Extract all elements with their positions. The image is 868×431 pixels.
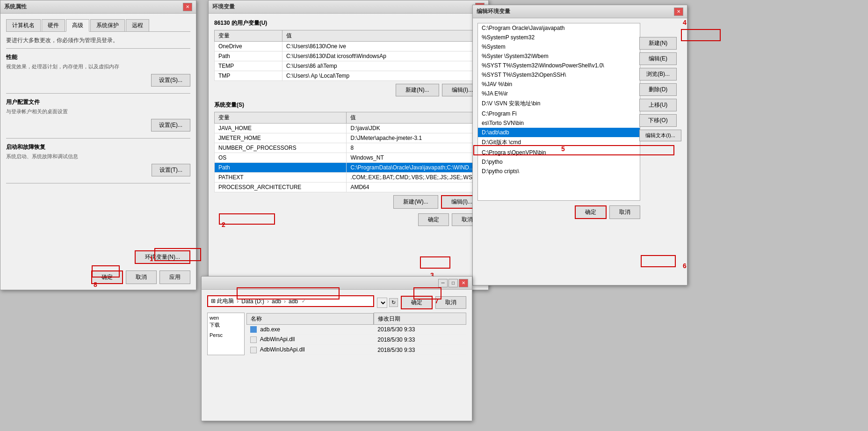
table-row[interactable]: NUMBER_OF_PROCESSORS 8 bbox=[215, 143, 483, 153]
file-browser-cancel-btn[interactable]: 取消 bbox=[435, 296, 466, 309]
table-row[interactable]: OS Windows_NT bbox=[215, 153, 483, 163]
list-item[interactable]: C:\Program Oracle\Java\javapath bbox=[478, 23, 640, 33]
address-bar[interactable]: ⊞ 此电脑 › Data (D:) › adb › adb ✓ bbox=[207, 295, 374, 307]
annotation-4: 4 bbox=[683, 19, 687, 26]
user-col-val: 值 bbox=[282, 30, 482, 42]
edit-env-down-btn[interactable]: 下移(O) bbox=[639, 114, 677, 127]
edit-env-ok-cancel: 确定 取消 bbox=[477, 205, 640, 219]
table-row[interactable]: AdbWinUsbApi.dll 2018/5/30 9:33 bbox=[246, 345, 466, 355]
sys-vars-table: 变量 值 JAVA_HOME D:\java\JDK JMETER_HOME D… bbox=[214, 112, 483, 192]
file-1-name: AdbWinApi.dll bbox=[246, 335, 374, 345]
file-browser-panels: wen 下载 Persc 名称 修改日期 bbox=[207, 313, 466, 355]
env-vars-titlebar: 环境变量 ✕ bbox=[209, 0, 488, 14]
user-profile-section-desc: 与登录帐户相关的桌面设置 bbox=[6, 108, 190, 115]
tab-hardware[interactable]: 硬件 bbox=[42, 19, 65, 31]
table-row[interactable]: OneDrive C:\Users\86130\One ive bbox=[215, 42, 483, 51]
sys-props-close-btn[interactable]: ✕ bbox=[183, 3, 192, 11]
user-vars-btns: 新建(N)... 编辑(I)... bbox=[214, 84, 483, 96]
list-item[interactable]: %JAV %\bin bbox=[478, 80, 640, 89]
performance-settings-btn[interactable]: 设置(S)... bbox=[151, 74, 190, 87]
startup-section-title: 启动和故障恢复 bbox=[6, 143, 190, 151]
user-profile-settings-btn[interactable]: 设置(E)... bbox=[151, 119, 190, 131]
edit-env-window: 编辑环境变量 ✕ C:\Program Oracle\Java\javapath… bbox=[472, 5, 687, 285]
edit-env-edit-btn[interactable]: 编辑(E) bbox=[639, 52, 677, 65]
nav-item-perso[interactable]: Persc bbox=[210, 332, 242, 338]
list-item[interactable]: C:\Program Fi bbox=[478, 109, 640, 118]
file-0-name: adb.exe bbox=[246, 325, 374, 335]
list-item[interactable]: C:\Progra s\OpenVPN\bin bbox=[478, 148, 640, 157]
sys-new-btn[interactable]: 新建(W)... bbox=[393, 195, 438, 209]
system-properties-window: 系统属性 ✕ 计算机名 硬件 高级 系统保护 远程 要进行大多数更改，你必须作为… bbox=[0, 0, 196, 290]
list-item-selected[interactable]: D:\adb\adb bbox=[478, 128, 640, 137]
user-new-btn[interactable]: 新建(N)... bbox=[396, 84, 439, 96]
edit-env-new-btn[interactable]: 新建(N) bbox=[639, 37, 677, 50]
sys-props-content: 计算机名 硬件 高级 系统保护 远程 要进行大多数更改，你必须作为管理员登录。 … bbox=[0, 14, 196, 193]
table-row[interactable]: adb.exe 2018/5/30 9:33 bbox=[246, 325, 466, 335]
list-item[interactable]: %SystemP system32 bbox=[478, 33, 640, 42]
sys-row-0-var: JAVA_HOME bbox=[215, 124, 347, 133]
list-item[interactable]: D:\Git版本 \cmd bbox=[478, 137, 640, 148]
table-row[interactable]: PATHEXT .COM;.EXE;.BAT;.CMD;.VBS;.VBE;.J… bbox=[215, 173, 483, 183]
edit-env-close-btn[interactable]: ✕ bbox=[674, 7, 683, 16]
env-vars-ok-cancel: 确定 取消 bbox=[214, 213, 483, 226]
user-row-2-val: C:\Users\86 al\Temp bbox=[282, 61, 482, 71]
env-vars-ok-btn[interactable]: 确定 bbox=[418, 213, 449, 226]
user-row-1-var: Path bbox=[215, 51, 282, 61]
edit-env-ok-btn[interactable]: 确定 bbox=[575, 205, 607, 219]
table-row[interactable]: AdbWinApi.dll 2018/5/30 9:33 bbox=[246, 335, 466, 345]
list-item[interactable]: %SYST T%\System32\WindowsPowerShell\v1.0… bbox=[478, 61, 640, 70]
table-row[interactable]: TEMP C:\Users\86 al\Temp bbox=[215, 61, 483, 71]
sys-row-0-val: D:\java\JDK bbox=[347, 124, 483, 133]
file-browser-close-btn[interactable]: ✕ bbox=[459, 279, 468, 287]
table-row[interactable]: JAVA_HOME D:\java\JDK bbox=[215, 124, 483, 133]
table-row[interactable]: PROCESSOR_ARCHITECTURE AMD64 bbox=[215, 183, 483, 192]
refresh-btn[interactable]: ↻ bbox=[389, 298, 398, 307]
sys-props-apply-btn[interactable]: 应用 bbox=[159, 270, 190, 284]
tab-advanced[interactable]: 高级 bbox=[66, 19, 89, 32]
breadcrumb-computer: ⊞ 此电脑 bbox=[211, 297, 234, 305]
edit-env-browse-btn[interactable]: 浏览(B)... bbox=[639, 68, 677, 80]
table-row[interactable]: TMP C:\Users\ Ap \Local\Temp bbox=[215, 71, 483, 81]
list-item[interactable]: es\Torto SVN\bin bbox=[478, 118, 640, 128]
file-0-date: 2018/5/30 9:33 bbox=[374, 325, 466, 335]
edit-env-up-btn[interactable]: 上移(U) bbox=[639, 99, 677, 111]
list-item[interactable]: D:\V \SVN 安装地址\bin bbox=[478, 98, 640, 109]
edit-env-delete-btn[interactable]: 删除(D) bbox=[639, 83, 677, 96]
tab-system-protection[interactable]: 系统保护 bbox=[90, 19, 125, 31]
exe-icon bbox=[250, 326, 257, 333]
annotation-8: 8 bbox=[94, 281, 97, 288]
sys-row-path-var: Path bbox=[215, 163, 347, 173]
edit-env-list[interactable]: C:\Program Oracle\Java\javapath %SystemP… bbox=[477, 23, 640, 201]
file-browser-ok-btn[interactable]: 确定 bbox=[401, 296, 433, 309]
user-profile-section-title: 用户配置文件 bbox=[6, 98, 190, 106]
env-vars-btn[interactable]: 环境变量(N)... bbox=[135, 250, 190, 264]
edit-env-content: C:\Program Oracle\Java\javapath %SystemP… bbox=[473, 18, 687, 224]
table-row[interactable]: Path C:\Users\86130\Dat icrosoft\Windows… bbox=[215, 51, 483, 61]
annotation-2: 2 bbox=[222, 221, 225, 228]
list-item[interactable]: %SYST T%\System32\OpenSSH\ bbox=[478, 70, 640, 80]
list-item[interactable]: %Syster \System32\Wbem bbox=[478, 51, 640, 61]
list-item[interactable]: D:\pytho cripts\ bbox=[478, 167, 640, 176]
tab-computer-name[interactable]: 计算机名 bbox=[6, 19, 41, 31]
path-dropdown[interactable] bbox=[377, 298, 387, 308]
startup-settings-btn[interactable]: 设置(T)... bbox=[152, 164, 190, 176]
edit-env-edit-text-btn[interactable]: 编辑文本(I)... bbox=[639, 130, 681, 141]
maximize-btn[interactable]: □ bbox=[448, 279, 458, 287]
table-row-path[interactable]: Path C:\ProgramData\Oracle\Java\javapath… bbox=[215, 163, 483, 173]
sys-props-titlebar: 系统属性 ✕ bbox=[0, 0, 196, 14]
list-item[interactable]: D:\pytho bbox=[478, 157, 640, 167]
nav-item-downloads[interactable]: 下载 bbox=[210, 321, 242, 329]
user-row-0-val: C:\Users\86130\One ive bbox=[282, 42, 482, 51]
sys-row-6-val: AMD64 bbox=[347, 183, 483, 192]
list-item[interactable]: %JA E%\ir bbox=[478, 89, 640, 98]
annotation-6: 6 bbox=[683, 262, 687, 270]
edit-env-cancel-btn[interactable]: 取消 bbox=[609, 205, 640, 219]
nav-item-wen[interactable]: wen bbox=[210, 315, 242, 321]
table-row[interactable]: JMETER_HOME D:\JMeter\apache-jmeter-3.1 bbox=[215, 133, 483, 143]
tab-remote[interactable]: 远程 bbox=[126, 19, 149, 31]
minimize-btn[interactable]: ─ bbox=[438, 279, 448, 287]
user-row-0-var: OneDrive bbox=[215, 42, 282, 51]
env-vars-content: 86130 的用户变量(U) 变量 值 OneDrive C:\Users\86… bbox=[209, 14, 488, 232]
list-item[interactable]: %System bbox=[478, 42, 640, 51]
sys-props-cancel-btn[interactable]: 取消 bbox=[126, 270, 157, 284]
